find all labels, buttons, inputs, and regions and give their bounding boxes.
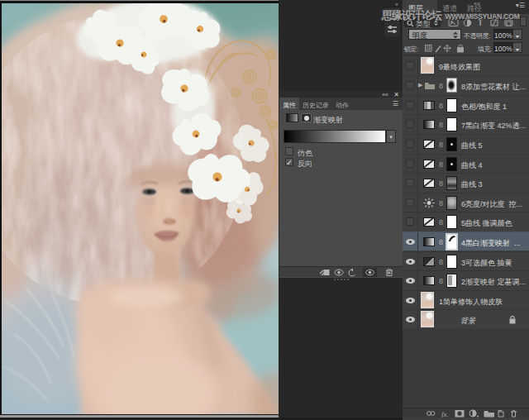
svg-text:fx.: fx. <box>441 410 449 418</box>
